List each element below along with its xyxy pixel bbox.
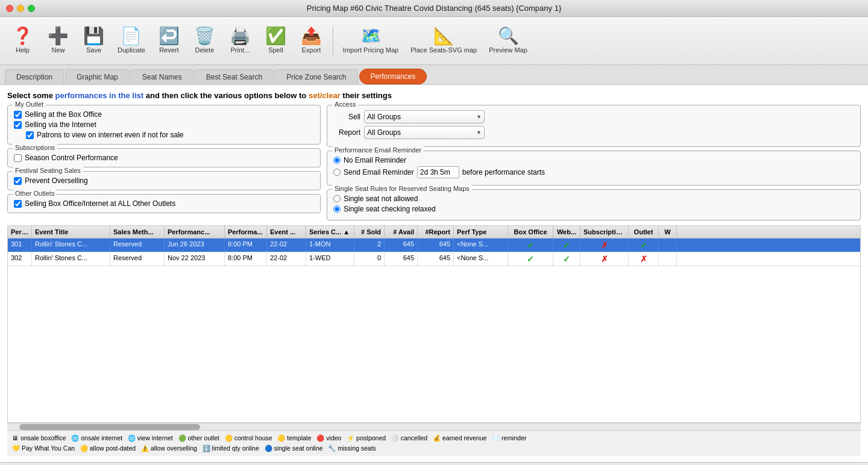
col-header-event[interactable]: Event Title [32,226,110,238]
save-icon: 💾 [83,28,104,45]
sell-label: Sell [333,113,360,121]
cell-perftype-301: <None S... [454,239,508,252]
minimize-button[interactable] [17,5,24,12]
spell-label: Spell [268,46,283,54]
col-header-perf[interactable]: Perf # [8,226,32,238]
seat-checking-relaxed-radio[interactable] [333,205,341,213]
col-header-sub[interactable]: Subscriptio... [580,226,629,238]
col-header-w[interactable]: W [659,226,677,238]
col-header-perftime[interactable]: Performa... [225,226,267,238]
other-outlets-group: Other Outlets Selling Box Office/Interne… [7,194,321,213]
access-group: Access Sell All Groups Members Only Publ… [327,105,861,147]
cell-perfdate-302: Nov 22 2023 [165,252,225,266]
prevent-overselling-checkbox[interactable] [14,177,22,185]
cell-event-301: Rollin' Stones C... [32,239,110,252]
sell-select[interactable]: All Groups Members Only Public Only [364,110,485,123]
cell-perftime-301: 8:00 PM [225,239,267,252]
new-label: New [51,46,64,54]
revert-button[interactable]: ↩️ Revert [153,25,186,56]
table-row[interactable]: 301 Rollin' Stones C... Reserved Jun 26 … [8,239,860,252]
send-email-radio[interactable] [333,169,341,176]
col-header-web[interactable]: Web... [553,226,580,238]
table-row[interactable]: 302 Rollin' Stones C... Reserved Nov 22 … [8,252,860,266]
preview-map-button[interactable]: 🔍 Preview Map [484,25,532,56]
import-pricing-map-button[interactable]: 🗺️ Import Pricing Map [338,25,403,56]
new-button[interactable]: ➕ New [42,25,75,56]
tab-price-zone-search[interactable]: Price Zone Search [275,69,357,84]
selling-internet-checkbox[interactable] [14,121,22,129]
legend: 🖥 onsale boxoffice 🌐 onsale internet 🌐 v… [7,430,861,456]
cell-sub-301: ✗ [580,239,629,252]
col-header-series[interactable]: Series C... ▲ [306,226,354,238]
patrons-view-checkbox[interactable] [26,131,34,139]
col-header-sold[interactable]: # Sold [354,226,385,238]
tab-seat-names[interactable]: Seat Names [131,69,193,84]
cell-w-301 [659,239,677,252]
window-title: Pricing Map #60 Civic Theatre Covid Dist… [307,4,561,13]
cell-perf-302: 302 [8,252,32,266]
cell-web-302: ✓ [553,252,580,266]
print-button[interactable]: 🖨️ Print... [224,25,257,56]
selling-all-outlets-label: Selling Box Office/Internet at ALL Other… [25,199,175,208]
tab-description[interactable]: Description [5,69,64,84]
place-seats-svg-button[interactable]: 📐 Place Seats-SVG map [406,25,482,56]
save-button[interactable]: 💾 Save [77,25,110,56]
settings-row: My Outlet Selling at the Box Office Sell… [7,105,861,220]
season-control-checkbox[interactable] [14,154,22,162]
seat-checking-relaxed-row: Single seat checking relaxed [333,205,854,213]
selling-box-office-row: Selling at the Box Office [14,110,314,119]
cell-w-302 [659,252,677,266]
festival-seating-group: Festival Seating Sales Prevent Overselli… [7,171,321,190]
delete-button[interactable]: 🗑️ Delete [188,25,221,56]
tab-best-seat-search[interactable]: Best Seat Search [195,69,274,84]
help-label: Help [16,46,30,54]
bottom-toolbar: ✦ New 🔓 Open 🗑️ Delete 📋 Transactions 🔧 … [0,462,868,465]
cell-sold-301: 2 [354,239,385,252]
export-button[interactable]: 📤 Export [295,25,328,56]
main-content: Select some performances in the list and… [0,85,868,462]
set-clear-link[interactable]: set/clear [309,91,341,100]
maximize-button[interactable] [28,5,35,12]
col-header-perftype[interactable]: Perf Type [454,226,508,238]
subscriptions-title: Subscriptions [13,144,57,151]
sell-select-wrapper: All Groups Members Only Public Only [364,110,485,123]
close-button[interactable] [6,5,13,12]
email-time-input[interactable] [417,166,459,178]
send-email-label: Send Email Reminder [344,168,414,176]
before-text: before performance starts [462,168,545,176]
help-button[interactable]: ❓ Help [6,25,39,56]
print-icon: 🖨️ [230,28,251,45]
cell-web-301: ✓ [553,239,580,252]
other-outlets-title: Other Outlets [13,190,57,197]
col-header-boxoffice[interactable]: Box Office [508,226,553,238]
col-header-avail[interactable]: # Avail [385,226,418,238]
col-header-outlet[interactable]: Outlet [629,226,659,238]
single-seat-rules-group: Single Seat Rules for Reserved Seating M… [327,189,861,220]
cell-sub-302: ✗ [580,252,629,266]
seat-not-allowed-radio[interactable] [333,195,341,202]
col-header-report[interactable]: #Report [418,226,454,238]
delete-icon: 🗑️ [194,28,215,45]
duplicate-button[interactable]: 📄 Duplicate [113,25,150,56]
cell-perf-301: 301 [8,239,32,252]
prevent-overselling-row: Prevent Overselling [14,176,314,185]
festival-seating-title: Festival Seating Sales [13,167,83,174]
revert-icon: ↩️ [159,28,180,45]
cell-series-301: 1-MON [306,239,354,252]
duplicate-label: Duplicate [118,46,145,54]
report-select[interactable]: All Groups Members Only Public Only [364,126,485,139]
col-header-sales[interactable]: Sales Meth... [110,226,165,238]
selling-all-outlets-checkbox[interactable] [14,200,22,208]
scroll-thumb[interactable] [19,424,200,430]
export-label: Export [301,46,321,54]
selling-box-office-checkbox[interactable] [14,111,22,119]
tab-graphic-map[interactable]: Graphic Map [65,69,130,84]
col-header-eventcode[interactable]: Event ... [267,226,306,238]
performances-link[interactable]: performances in the list [55,91,144,100]
horizontal-scrollbar[interactable] [7,423,861,430]
performances-table: Perf # Event Title Sales Meth... Perform… [7,225,861,423]
no-email-radio[interactable] [333,157,341,164]
tab-performances[interactable]: Performances [359,69,427,84]
col-header-perfdate[interactable]: Performanc... [165,226,225,238]
spell-button[interactable]: ✅ Spell [259,25,292,56]
